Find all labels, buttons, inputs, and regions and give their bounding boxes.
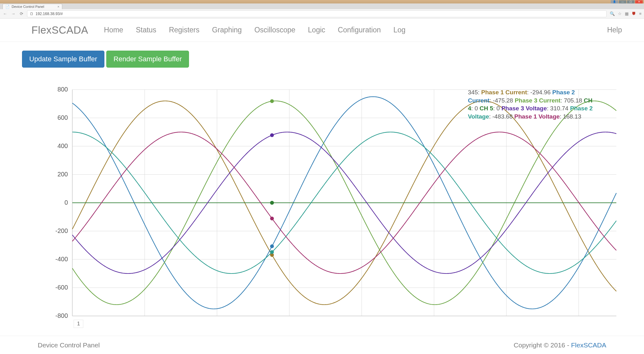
star-icon[interactable]: ☆ <box>618 11 622 16</box>
svg-text:-200: -200 <box>55 227 68 234</box>
browser-tab[interactable]: 📄 Device Control Panel × <box>3 4 62 9</box>
nav-help[interactable]: Help <box>607 26 622 34</box>
svg-point-34 <box>270 250 274 254</box>
svg-text:200: 200 <box>58 171 68 178</box>
tab-strip: 📄 Device Control Panel × <box>0 3 644 9</box>
svg-text:600: 600 <box>58 114 68 121</box>
svg-point-32 <box>270 201 274 205</box>
footer-copyright: Copyright © 2016 - <box>514 341 571 349</box>
nav-oscilloscope[interactable]: Oscilloscope <box>254 26 295 34</box>
page-icon: 📄 <box>5 5 10 9</box>
close-button[interactable]: ✕ <box>635 0 643 3</box>
zoom-icon[interactable]: 🔍 <box>610 11 615 16</box>
x-axis-start-label: 1 <box>74 320 83 328</box>
nav-log[interactable]: Log <box>393 26 405 34</box>
nav-configuration[interactable]: Configuration <box>338 26 381 34</box>
nav-status[interactable]: Status <box>136 26 156 34</box>
tab-title: Device Control Panel <box>12 5 44 8</box>
maximize-button[interactable]: ▢ <box>627 0 635 3</box>
footer-left: Device Control Panel <box>38 341 100 349</box>
nav-logic[interactable]: Logic <box>308 26 325 34</box>
footer: Device Control Panel Copyright © 2016 - … <box>0 336 644 354</box>
svg-text:800: 800 <box>58 86 68 93</box>
chart-legend: 345: Phase 1 Current: -294.96 Phase 2 Cu… <box>468 88 594 121</box>
minimize-button[interactable]: — <box>619 0 626 3</box>
brand: FlexSCADA <box>31 24 88 36</box>
svg-text:-600: -600 <box>55 284 68 291</box>
address-bar: ← → ⟳ 🗋 192.168.38.93/# 🔍 ☆ ▦ ⛊ ≡ <box>0 9 644 19</box>
ext1-icon[interactable]: ▦ <box>625 11 629 16</box>
svg-text:-800: -800 <box>55 312 68 319</box>
url-text: 192.168.38.93/# <box>36 12 63 16</box>
nav-home[interactable]: Home <box>104 26 123 34</box>
nav-graphing[interactable]: Graphing <box>212 26 242 34</box>
reload-icon[interactable]: ⟳ <box>19 11 24 16</box>
footer-link[interactable]: FlexSCADA <box>571 341 606 349</box>
back-icon[interactable]: ← <box>3 11 8 16</box>
url-input[interactable]: 🗋 192.168.38.93/# <box>27 10 607 17</box>
user-icon[interactable]: 👤 <box>611 0 618 3</box>
svg-point-35 <box>270 217 274 220</box>
menu-icon[interactable]: ≡ <box>639 11 641 16</box>
render-sample-buffer-button[interactable]: Render Sample Buffer <box>106 51 189 68</box>
svg-text:-400: -400 <box>55 256 68 263</box>
svg-text:0: 0 <box>64 199 68 206</box>
svg-text:400: 400 <box>58 142 68 149</box>
svg-point-30 <box>270 99 274 103</box>
forward-icon[interactable]: → <box>11 11 16 16</box>
adblock-icon[interactable]: ⛊ <box>632 11 636 16</box>
file-icon: 🗋 <box>30 12 34 16</box>
navbar: FlexSCADA Home Status Registers Graphing… <box>0 19 644 42</box>
window-titlebar: 👤 — ▢ ✕ <box>0 0 644 3</box>
svg-point-33 <box>270 133 274 137</box>
svg-point-29 <box>270 244 274 248</box>
nav-registers[interactable]: Registers <box>169 26 199 34</box>
close-icon[interactable]: × <box>58 5 59 8</box>
update-sample-buffer-button[interactable]: Update Sample Buffer <box>22 51 104 68</box>
oscilloscope-chart[interactable]: -800-600-400-2000200400600800 345: Phase… <box>22 86 622 319</box>
